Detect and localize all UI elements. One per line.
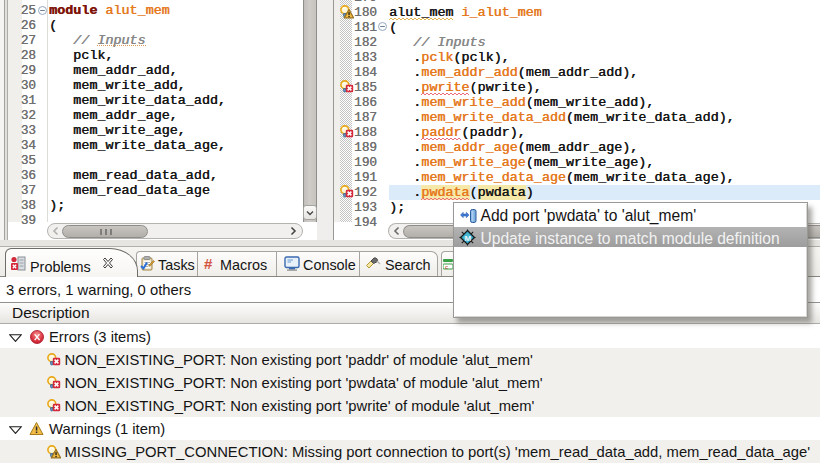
svg-text:c: c (445, 264, 448, 270)
svg-text:M: M (464, 234, 471, 243)
